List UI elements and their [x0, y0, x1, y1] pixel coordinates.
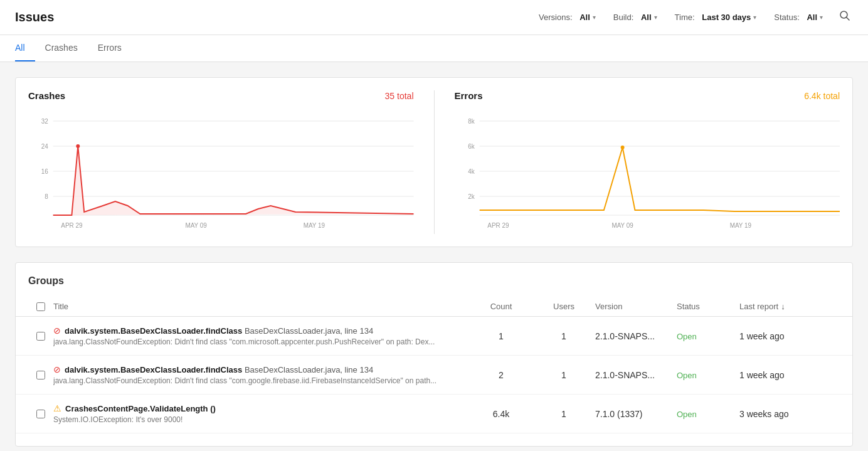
- charts-row: Crashes 35 total 32 24 16 8: [15, 77, 853, 247]
- svg-text:APR 29: APR 29: [61, 222, 83, 229]
- svg-text:8k: 8k: [468, 118, 474, 125]
- svg-text:APR 29: APR 29: [487, 222, 509, 229]
- row1-error-icon: ⊘: [53, 326, 61, 336]
- row2-checkbox[interactable]: [36, 371, 45, 379]
- select-all-checkbox[interactable]: [36, 302, 45, 311]
- table-row: ⊘ dalvik.system.BaseDexClassLoader.findC…: [16, 317, 852, 356]
- crashes-chart-svg: 32 24 16 8 APR 29 MAY 09 MAY 19: [28, 109, 414, 234]
- row1-title-col: ⊘ dalvik.system.BaseDexClassLoader.findC…: [53, 326, 470, 346]
- errors-chart-panel: Errors 6.4k total 8k 6k 4k 2k: [455, 90, 840, 234]
- build-value: All: [641, 13, 652, 22]
- row1-checkbox-col: [28, 332, 53, 341]
- svg-text:6k: 6k: [468, 143, 474, 150]
- row3-checkbox[interactable]: [36, 410, 45, 418]
- tab-all[interactable]: All: [15, 35, 35, 61]
- versions-value: All: [580, 13, 590, 22]
- groups-section: Groups Title Count Users Version Status …: [15, 262, 853, 447]
- row2-status-badge: Open: [677, 371, 697, 380]
- header-title-col: Title: [53, 302, 470, 311]
- last-report-label: Last report: [739, 302, 778, 311]
- svg-point-15: [76, 144, 80, 148]
- row3-title-col: ⚠ CrashesContentPage.ValidateLength () S…: [53, 403, 470, 424]
- search-button[interactable]: [837, 8, 853, 27]
- errors-chart-svg: 8k 6k 4k 2k APR 29 MAY 09 MAY 19: [455, 109, 840, 234]
- row3-warning-icon: ⚠: [53, 403, 61, 413]
- row3-status-badge: Open: [677, 410, 697, 419]
- header-checkbox-col: [28, 302, 53, 311]
- row3-method: CrashesContentPage.ValidateLength (): [65, 404, 216, 413]
- status-filter[interactable]: Status: All▾: [770, 10, 827, 24]
- row2-version: 2.1.0-SNAPS...: [595, 370, 677, 380]
- row3-checkbox-col: [28, 410, 53, 418]
- errors-chart-area: 8k 6k 4k 2k APR 29 MAY 09 MAY 19: [455, 109, 840, 234]
- row1-version: 2.1.0-SNAPS...: [595, 331, 677, 341]
- row2-error-icon: ⊘: [53, 364, 61, 374]
- tab-crashes[interactable]: Crashes: [35, 35, 88, 61]
- time-chevron-icon: ▾: [753, 14, 756, 21]
- crashes-chart-total: 35 total: [385, 91, 414, 101]
- svg-text:4k: 4k: [468, 168, 474, 175]
- crashes-chart-title: Crashes: [28, 90, 65, 101]
- table-header: Title Count Users Version Status Last re…: [16, 297, 852, 317]
- row2-status: Open: [677, 370, 739, 380]
- row1-count: 1: [470, 331, 532, 341]
- row1-issue-name: ⊘ dalvik.system.BaseDexClassLoader.findC…: [53, 326, 470, 336]
- build-chevron-icon: ▾: [654, 14, 657, 21]
- row1-checkbox[interactable]: [36, 332, 45, 341]
- tabs-bar: All Crashes Errors: [0, 35, 868, 62]
- table-row: ⚠ CrashesContentPage.ValidateLength () S…: [16, 395, 852, 433]
- row3-users: 1: [532, 409, 595, 419]
- row3-last-report: 3 weeks ago: [739, 409, 840, 419]
- svg-line-1: [847, 18, 850, 21]
- svg-text:32: 32: [41, 118, 48, 125]
- status-value: All: [807, 13, 817, 22]
- row3-description: System.IO.IOException: It's over 9000!: [53, 415, 470, 424]
- svg-text:16: 16: [41, 168, 48, 175]
- versions-filter[interactable]: Versions: All▾: [535, 10, 600, 24]
- row2-method: dalvik.system.BaseDexClassLoader.findCla…: [65, 365, 373, 374]
- row2-users: 1: [532, 370, 595, 380]
- row3-version: 7.1.0 (1337): [595, 409, 677, 419]
- search-icon: [839, 10, 850, 21]
- row1-method: dalvik.system.BaseDexClassLoader.findCla…: [65, 326, 373, 336]
- build-filter[interactable]: Build: All▾: [610, 10, 661, 24]
- table-row: ⊘ dalvik.system.BaseDexClassLoader.findC…: [16, 356, 852, 395]
- header-filters: Versions: All▾ Build: All▾ Time: Last 30…: [535, 8, 853, 27]
- time-filter[interactable]: Time: Last 30 days▾: [671, 10, 761, 24]
- sort-icon: ↓: [781, 302, 785, 311]
- svg-text:MAY 19: MAY 19: [729, 222, 751, 229]
- row1-last-report: 1 week ago: [739, 331, 840, 341]
- errors-chart-title: Errors: [455, 90, 483, 101]
- svg-text:MAY 19: MAY 19: [304, 222, 326, 229]
- main-content: Crashes 35 total 32 24 16 8: [0, 62, 868, 451]
- errors-chart-total: 6.4k total: [804, 91, 840, 101]
- versions-chevron-icon: ▾: [593, 14, 596, 21]
- svg-text:8: 8: [45, 193, 48, 200]
- row2-issue-name: ⊘ dalvik.system.BaseDexClassLoader.findC…: [53, 364, 470, 374]
- row3-count: 6.4k: [470, 409, 532, 419]
- row2-title-col: ⊘ dalvik.system.BaseDexClassLoader.findC…: [53, 364, 470, 385]
- header-status-col: Status: [677, 302, 739, 311]
- time-label: Time:: [675, 13, 695, 22]
- header-users-col: Users: [532, 302, 595, 311]
- status-label: Status:: [774, 13, 799, 22]
- time-value: Last 30 days: [702, 13, 751, 22]
- chart-divider: [434, 90, 435, 234]
- crashes-chart-panel: Crashes 35 total 32 24 16 8: [28, 90, 414, 234]
- svg-point-28: [620, 146, 624, 149]
- crashes-chart-header: Crashes 35 total: [28, 90, 414, 101]
- header: Issues Versions: All▾ Build: All▾ Time: …: [0, 0, 868, 35]
- page-title: Issues: [15, 10, 54, 24]
- row2-count: 2: [470, 370, 532, 380]
- build-label: Build:: [613, 13, 634, 22]
- header-version-col: Version: [595, 302, 677, 311]
- errors-chart-header: Errors 6.4k total: [455, 90, 840, 101]
- row1-users: 1: [532, 331, 595, 341]
- header-last-report-col[interactable]: Last report ↓: [739, 302, 840, 311]
- row2-description: java.lang.ClassNotFoundException: Didn't…: [53, 376, 470, 385]
- row3-status: Open: [677, 409, 739, 419]
- row2-checkbox-col: [28, 371, 53, 379]
- versions-label: Versions:: [539, 13, 572, 22]
- tab-errors[interactable]: Errors: [88, 35, 132, 61]
- row1-status: Open: [677, 331, 739, 341]
